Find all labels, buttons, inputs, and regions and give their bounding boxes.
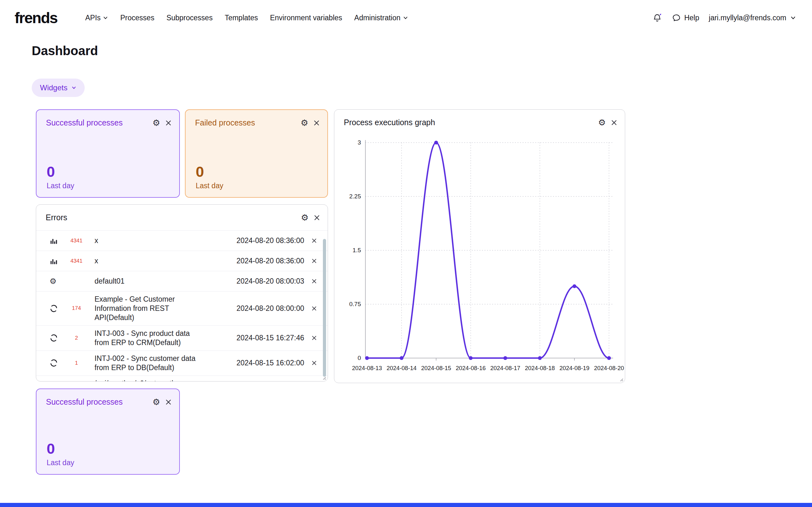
widget-title: Process executions graph	[344, 118, 598, 127]
nav-item-apis[interactable]: APIs	[85, 14, 108, 22]
notifications-bell-icon[interactable]	[652, 13, 662, 23]
svg-text:2024-08-16: 2024-08-16	[456, 365, 486, 372]
widget-title: Errors	[46, 213, 301, 222]
error-name: INTJ-002 - Sync customer data from ERP t…	[88, 354, 199, 372]
close-icon[interactable]	[307, 306, 321, 311]
widget-errors: Errors ⚙ 4341x2024-08-20 08:36:004341x20…	[36, 205, 328, 382]
error-time: 2024-08-15 16:27:46	[236, 334, 304, 342]
stat-caption: Last day	[196, 181, 223, 190]
svg-text:2024-08-14: 2024-08-14	[387, 365, 417, 372]
process-icon	[49, 334, 65, 342]
stat-value: 0	[47, 441, 74, 456]
close-icon[interactable]	[307, 238, 321, 243]
gear-icon: ⚙	[49, 277, 65, 285]
page-title: Dashboard	[32, 44, 98, 58]
error-row[interactable]: 174Example - Get Customer Information fr…	[36, 291, 328, 326]
nav-item-environment-variables[interactable]: Environment variables	[270, 14, 342, 22]
close-icon[interactable]	[307, 360, 321, 366]
resize-handle[interactable]	[618, 377, 623, 382]
widget-title: Failed processes	[195, 118, 301, 127]
nav-item-label: APIs	[85, 14, 101, 22]
error-count: 2	[65, 335, 88, 341]
chevron-down-icon	[71, 85, 77, 90]
chevron-down-icon	[403, 15, 408, 20]
nav-item-label: Environment variables	[270, 14, 342, 22]
widget-failed-processes: Failed processes ⚙ 0 Last day	[185, 109, 328, 198]
widget-title: Successful processes	[46, 397, 153, 406]
error-time: 2024-08-20 08:00:03	[236, 277, 304, 285]
close-icon[interactable]	[307, 279, 321, 284]
error-name: Example - Get Customer Information from …	[88, 295, 199, 322]
svg-text:2024-08-18: 2024-08-18	[525, 365, 555, 372]
svg-text:0.75: 0.75	[349, 301, 361, 307]
error-time: 2024-08-20 08:36:00	[236, 236, 304, 245]
nav-item-label: Administration	[354, 14, 401, 22]
stat-value: 0	[47, 164, 74, 179]
svg-text:1.5: 1.5	[353, 247, 361, 253]
nav-items: APIsProcessesSubprocessesTemplatesEnviro…	[85, 14, 408, 22]
svg-text:2024-08-19: 2024-08-19	[560, 365, 590, 372]
error-name: x	[88, 236, 199, 245]
gear-icon[interactable]: ⚙	[301, 213, 309, 222]
process-icon	[49, 359, 65, 367]
error-name: /api/weather/v2/getweather GET(Default)	[88, 379, 199, 382]
error-row[interactable]: 1/api/weather/v2/getweather GET(Default)…	[36, 376, 328, 382]
error-time: 2024-08-20 08:36:00	[236, 257, 304, 265]
error-row[interactable]: 4341x2024-08-20 08:36:00	[36, 231, 328, 251]
dashboard-page: frends APIsProcessesSubprocessesTemplate…	[0, 0, 812, 507]
svg-text:3: 3	[357, 139, 361, 146]
nav-item-administration[interactable]: Administration	[354, 14, 408, 22]
gear-icon[interactable]: ⚙	[153, 118, 160, 127]
chevron-down-icon	[103, 15, 108, 20]
error-count: 4341	[65, 258, 88, 264]
process-executions-chart: 00.751.52.2532024-08-132024-08-142024-08…	[334, 110, 625, 383]
svg-text:2024-08-13: 2024-08-13	[352, 365, 382, 372]
error-count: 174	[65, 305, 88, 312]
widget-successful-processes: Successful processes ⚙ 0 Last day	[36, 109, 180, 198]
svg-text:2024-08-20: 2024-08-20	[594, 365, 624, 372]
header-right: Help jari.myllyla@frends.com	[652, 13, 796, 23]
error-time: 2024-08-15 16:02:00	[236, 359, 304, 367]
footer-bar	[0, 503, 812, 507]
nav-item-label: Templates	[224, 14, 258, 22]
gear-icon[interactable]: ⚙	[598, 118, 606, 127]
errors-scrollbar[interactable]	[323, 239, 326, 377]
nav-item-templates[interactable]: Templates	[224, 14, 258, 22]
error-time: 2024-08-20 08:00:00	[236, 304, 304, 313]
svg-text:2024-08-15: 2024-08-15	[421, 365, 451, 372]
resize-handle[interactable]	[321, 375, 326, 380]
frends-logo: frends	[14, 9, 57, 26]
widgets-button[interactable]: Widgets	[32, 78, 85, 97]
widget-title: Successful processes	[46, 118, 153, 127]
gear-icon[interactable]: ⚙	[301, 118, 308, 127]
nav-item-processes[interactable]: Processes	[120, 14, 154, 22]
error-row[interactable]: ⚙default012024-08-20 08:00:03	[36, 271, 328, 291]
svg-text:0: 0	[357, 354, 361, 361]
user-email: jari.myllyla@frends.com	[709, 14, 786, 22]
svg-text:2024-08-17: 2024-08-17	[490, 365, 520, 372]
widget-successful-processes-2: Successful processes ⚙ 0 Last day	[36, 389, 180, 475]
gear-icon[interactable]: ⚙	[153, 398, 160, 406]
user-menu[interactable]: jari.myllyla@frends.com	[709, 14, 796, 22]
close-icon[interactable]	[307, 335, 321, 341]
error-row[interactable]: 1INTJ-002 - Sync customer data from ERP …	[36, 351, 328, 376]
close-icon[interactable]	[314, 215, 320, 221]
error-name: default01	[88, 277, 199, 286]
close-icon[interactable]	[307, 258, 321, 264]
error-row[interactable]: 2INTJ-003 - Sync product data from ERP t…	[36, 326, 328, 351]
help-bubble-icon	[672, 13, 681, 22]
bar-chart-icon	[49, 236, 65, 245]
nav-item-subprocesses[interactable]: Subprocesses	[166, 14, 213, 22]
close-icon[interactable]	[165, 399, 171, 405]
process-icon	[49, 304, 65, 313]
errors-list: 4341x2024-08-20 08:36:004341x2024-08-20 …	[36, 230, 328, 382]
close-icon[interactable]	[165, 120, 171, 126]
nav-item-label: Processes	[120, 14, 154, 22]
error-count: 4341	[65, 238, 88, 244]
close-icon[interactable]	[611, 119, 617, 126]
help-button[interactable]: Help	[672, 13, 699, 22]
bar-chart-icon	[49, 257, 65, 265]
close-icon[interactable]	[313, 120, 320, 126]
error-name: x	[88, 257, 199, 266]
error-row[interactable]: 4341x2024-08-20 08:36:00	[36, 251, 328, 271]
